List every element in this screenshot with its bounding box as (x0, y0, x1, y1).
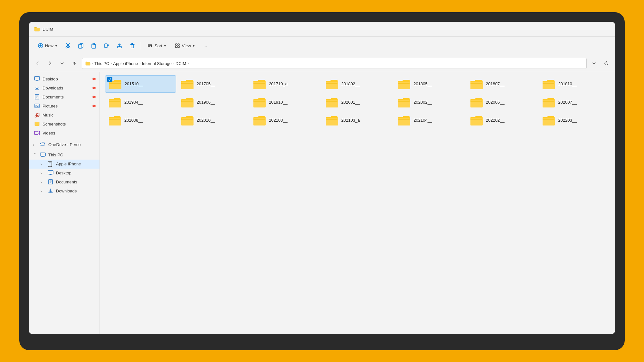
folder-item[interactable]: 201906__ (177, 94, 249, 111)
sidebar-item-screenshots[interactable]: Screenshots (29, 120, 99, 129)
sidebar-item-pictures[interactable]: Pictures 📌 (29, 102, 99, 111)
window-title: DCIM (43, 27, 53, 32)
sort-dropdown-chevron: ▾ (164, 44, 166, 48)
folder-icon-wrap (253, 115, 266, 126)
back-icon (35, 61, 40, 66)
forward-button[interactable] (45, 59, 55, 68)
folder-item[interactable]: 202103__ (250, 112, 321, 129)
folder-name: 201802__ (341, 81, 360, 86)
sidebar-item-music[interactable]: Music (29, 111, 99, 120)
sidebar-item-documents[interactable]: Documents 📌 (29, 93, 99, 102)
folder-item[interactable]: 201807__ (467, 75, 538, 93)
folder-item[interactable]: 202008__ (105, 112, 176, 129)
sidebar-pictures-label: Pictures (43, 104, 58, 108)
breadcrumb-bar: › This PC › Apple iPhone › Internal Stor… (82, 58, 587, 69)
address-dropdown-icon (592, 61, 596, 66)
svg-rect-76 (326, 100, 337, 107)
folder-svg-icon (470, 115, 483, 126)
breadcrumb-sep-4: › (187, 61, 189, 66)
folder-name: 201910__ (269, 100, 288, 105)
folder-item[interactable]: 202203__ (539, 112, 610, 129)
svg-rect-80 (470, 100, 482, 107)
pin-icon: 📌 (90, 76, 96, 82)
refresh-button[interactable] (601, 59, 611, 68)
breadcrumb-thispc[interactable]: This PC (94, 61, 109, 66)
breadcrumb-sep-3: › (173, 61, 174, 66)
folder-svg-icon (325, 97, 338, 108)
back-button[interactable] (33, 59, 43, 68)
folder-item[interactable]: 202002__ (394, 94, 465, 111)
folder-icon-wrap (181, 97, 194, 108)
sidebar-item-iphone[interactable]: › Apple iPhone (29, 160, 99, 169)
breadcrumb-sep-2: › (139, 61, 141, 66)
folder-item[interactable]: 201904__ (105, 94, 176, 111)
folder-item[interactable]: 202104__ (394, 112, 465, 129)
folder-svg-icon (181, 97, 194, 108)
iphone-icon (48, 161, 53, 167)
folder-name: 201810__ (558, 81, 577, 86)
svg-point-6 (69, 47, 70, 48)
pictures-icon (34, 103, 40, 109)
sidebar-item-documents-thispc[interactable]: › Documents (29, 178, 99, 187)
folder-item[interactable]: 201805__ (394, 75, 465, 93)
up-button[interactable] (70, 59, 79, 68)
svg-rect-86 (181, 118, 193, 125)
folder-icon-wrap (542, 115, 555, 126)
folder-name: 202006__ (486, 100, 505, 105)
sidebar-item-downloads-thispc[interactable]: › Downloads (29, 187, 99, 196)
folder-item[interactable]: 201705__ (177, 75, 249, 93)
folder-item[interactable]: 201810__ (539, 75, 610, 93)
sidebar-onedrive[interactable]: › OneDrive - Perso (29, 140, 99, 149)
folder-icon-wrap (253, 97, 266, 108)
folder-item[interactable]: 202006__ (467, 94, 538, 111)
new-button[interactable]: New ▾ (34, 40, 61, 51)
sort-button[interactable]: Sort ▾ (144, 40, 170, 51)
folder-icon-wrap (470, 78, 483, 90)
folder-item[interactable]: 201910__ (250, 94, 321, 111)
folder-name: 202007__ (558, 100, 577, 105)
sidebar-thispc-header[interactable]: › This PC (29, 151, 99, 160)
folder-svg-icon (470, 97, 483, 108)
folder-item[interactable]: 202007__ (539, 94, 610, 111)
folder-svg-icon (397, 97, 410, 108)
share-icon (117, 43, 122, 49)
folder-name: 201705__ (197, 81, 215, 86)
sidebar-item-desktop[interactable]: Desktop 📌 (29, 75, 99, 84)
svg-rect-60 (253, 82, 265, 89)
folder-name: 201710_a (269, 81, 288, 86)
folder-name: 202010__ (197, 118, 215, 123)
folder-name: 202001__ (341, 100, 360, 105)
svg-rect-58 (181, 82, 193, 89)
svg-rect-21 (175, 44, 177, 45)
folder-item[interactable]: 201510__ (105, 75, 176, 93)
breadcrumb-dcim[interactable]: DCIM (175, 61, 186, 66)
sidebar-downloads-label: Downloads (43, 86, 63, 90)
folder-item[interactable]: 202202__ (467, 112, 538, 129)
breadcrumb-iphone[interactable]: Apple iPhone (113, 61, 138, 66)
share-button[interactable] (114, 40, 125, 51)
recent-locations-button[interactable] (57, 59, 67, 68)
svg-rect-94 (470, 118, 482, 125)
more-button[interactable]: ··· (200, 40, 211, 51)
folder-item[interactable]: 202103_a (322, 112, 393, 129)
delete-button[interactable] (127, 40, 138, 51)
folder-svg-icon (325, 115, 338, 126)
sidebar-item-videos[interactable]: Videos (29, 129, 99, 138)
breadcrumb-storage[interactable]: Internal Storage (142, 61, 172, 66)
onedrive-icon (40, 142, 46, 148)
sidebar-item-downloads[interactable]: Downloads 📌 (29, 84, 99, 93)
sidebar-documents-thispc-label: Documents (56, 180, 77, 184)
title-bar-folder-icon (34, 26, 40, 32)
folder-item[interactable]: 202010__ (177, 112, 249, 129)
folder-item[interactable]: 201710_a (250, 75, 321, 93)
paste-button[interactable] (88, 40, 99, 51)
view-button[interactable]: View ▾ (171, 40, 198, 51)
folder-item[interactable]: 202001__ (322, 94, 393, 111)
address-dropdown-button[interactable] (589, 59, 599, 68)
cut-button[interactable] (62, 40, 74, 51)
sidebar-item-desktop-thispc[interactable]: › Desktop (29, 169, 99, 178)
folder-svg-icon (325, 78, 338, 90)
copy-button[interactable] (75, 40, 87, 51)
rename-button[interactable] (101, 40, 112, 51)
folder-item[interactable]: 201802__ (322, 75, 393, 93)
